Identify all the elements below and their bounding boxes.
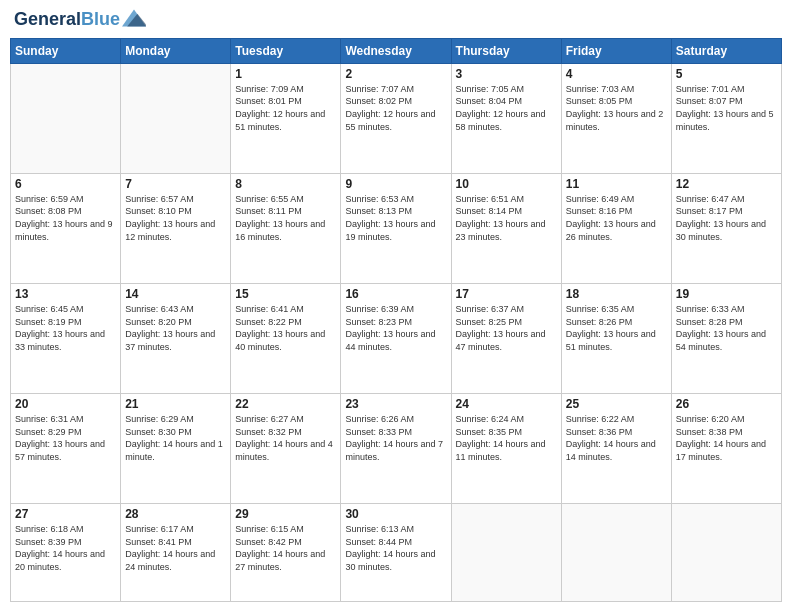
day-info: Sunrise: 6:13 AM Sunset: 8:44 PM Dayligh… [345, 523, 446, 573]
day-number: 1 [235, 67, 336, 81]
header: GeneralBlue [10, 10, 782, 30]
calendar-day-cell: 11Sunrise: 6:49 AM Sunset: 8:16 PM Dayli… [561, 173, 671, 283]
calendar-day-cell: 4Sunrise: 7:03 AM Sunset: 8:05 PM Daylig… [561, 63, 671, 173]
day-info: Sunrise: 6:41 AM Sunset: 8:22 PM Dayligh… [235, 303, 336, 353]
calendar-day-cell: 19Sunrise: 6:33 AM Sunset: 8:28 PM Dayli… [671, 283, 781, 393]
day-number: 25 [566, 397, 667, 411]
calendar-day-cell: 8Sunrise: 6:55 AM Sunset: 8:11 PM Daylig… [231, 173, 341, 283]
calendar-day-cell: 20Sunrise: 6:31 AM Sunset: 8:29 PM Dayli… [11, 394, 121, 504]
day-number: 21 [125, 397, 226, 411]
calendar-day-cell [121, 63, 231, 173]
day-info: Sunrise: 6:24 AM Sunset: 8:35 PM Dayligh… [456, 413, 557, 463]
calendar-week-row: 20Sunrise: 6:31 AM Sunset: 8:29 PM Dayli… [11, 394, 782, 504]
calendar-day-cell [451, 504, 561, 602]
calendar-day-cell: 5Sunrise: 7:01 AM Sunset: 8:07 PM Daylig… [671, 63, 781, 173]
day-number: 23 [345, 397, 446, 411]
day-number: 4 [566, 67, 667, 81]
day-number: 8 [235, 177, 336, 191]
logo: GeneralBlue [14, 10, 146, 30]
day-info: Sunrise: 6:35 AM Sunset: 8:26 PM Dayligh… [566, 303, 667, 353]
calendar-day-cell [671, 504, 781, 602]
day-number: 26 [676, 397, 777, 411]
calendar-day-cell: 28Sunrise: 6:17 AM Sunset: 8:41 PM Dayli… [121, 504, 231, 602]
day-number: 17 [456, 287, 557, 301]
calendar-day-cell: 13Sunrise: 6:45 AM Sunset: 8:19 PM Dayli… [11, 283, 121, 393]
day-info: Sunrise: 6:37 AM Sunset: 8:25 PM Dayligh… [456, 303, 557, 353]
day-number: 11 [566, 177, 667, 191]
day-info: Sunrise: 6:49 AM Sunset: 8:16 PM Dayligh… [566, 193, 667, 243]
day-number: 22 [235, 397, 336, 411]
calendar-day-cell: 17Sunrise: 6:37 AM Sunset: 8:25 PM Dayli… [451, 283, 561, 393]
calendar-week-row: 1Sunrise: 7:09 AM Sunset: 8:01 PM Daylig… [11, 63, 782, 173]
day-number: 15 [235, 287, 336, 301]
logo-icon [122, 9, 146, 27]
day-number: 13 [15, 287, 116, 301]
day-number: 10 [456, 177, 557, 191]
weekday-header-cell: Tuesday [231, 38, 341, 63]
calendar-day-cell: 15Sunrise: 6:41 AM Sunset: 8:22 PM Dayli… [231, 283, 341, 393]
calendar-day-cell: 29Sunrise: 6:15 AM Sunset: 8:42 PM Dayli… [231, 504, 341, 602]
calendar-week-row: 27Sunrise: 6:18 AM Sunset: 8:39 PM Dayli… [11, 504, 782, 602]
calendar-body: 1Sunrise: 7:09 AM Sunset: 8:01 PM Daylig… [11, 63, 782, 601]
day-number: 30 [345, 507, 446, 521]
day-info: Sunrise: 6:53 AM Sunset: 8:13 PM Dayligh… [345, 193, 446, 243]
calendar-table: SundayMondayTuesdayWednesdayThursdayFrid… [10, 38, 782, 602]
weekday-header-cell: Friday [561, 38, 671, 63]
day-number: 29 [235, 507, 336, 521]
calendar-day-cell: 27Sunrise: 6:18 AM Sunset: 8:39 PM Dayli… [11, 504, 121, 602]
calendar-day-cell: 26Sunrise: 6:20 AM Sunset: 8:38 PM Dayli… [671, 394, 781, 504]
day-info: Sunrise: 6:29 AM Sunset: 8:30 PM Dayligh… [125, 413, 226, 463]
calendar-day-cell: 14Sunrise: 6:43 AM Sunset: 8:20 PM Dayli… [121, 283, 231, 393]
day-number: 28 [125, 507, 226, 521]
day-info: Sunrise: 6:20 AM Sunset: 8:38 PM Dayligh… [676, 413, 777, 463]
day-number: 7 [125, 177, 226, 191]
calendar-day-cell: 1Sunrise: 7:09 AM Sunset: 8:01 PM Daylig… [231, 63, 341, 173]
calendar-day-cell: 10Sunrise: 6:51 AM Sunset: 8:14 PM Dayli… [451, 173, 561, 283]
day-info: Sunrise: 6:47 AM Sunset: 8:17 PM Dayligh… [676, 193, 777, 243]
calendar-week-row: 6Sunrise: 6:59 AM Sunset: 8:08 PM Daylig… [11, 173, 782, 283]
day-number: 18 [566, 287, 667, 301]
calendar-day-cell [11, 63, 121, 173]
day-number: 20 [15, 397, 116, 411]
day-info: Sunrise: 6:22 AM Sunset: 8:36 PM Dayligh… [566, 413, 667, 463]
day-number: 27 [15, 507, 116, 521]
day-info: Sunrise: 6:26 AM Sunset: 8:33 PM Dayligh… [345, 413, 446, 463]
logo-text: GeneralBlue [14, 10, 120, 30]
day-info: Sunrise: 7:01 AM Sunset: 8:07 PM Dayligh… [676, 83, 777, 133]
day-number: 19 [676, 287, 777, 301]
calendar-day-cell: 3Sunrise: 7:05 AM Sunset: 8:04 PM Daylig… [451, 63, 561, 173]
page: GeneralBlue SundayMondayTuesdayWednesday… [0, 0, 792, 612]
weekday-header-cell: Sunday [11, 38, 121, 63]
calendar-day-cell: 21Sunrise: 6:29 AM Sunset: 8:30 PM Dayli… [121, 394, 231, 504]
day-info: Sunrise: 7:03 AM Sunset: 8:05 PM Dayligh… [566, 83, 667, 133]
day-number: 2 [345, 67, 446, 81]
day-info: Sunrise: 6:15 AM Sunset: 8:42 PM Dayligh… [235, 523, 336, 573]
calendar-week-row: 13Sunrise: 6:45 AM Sunset: 8:19 PM Dayli… [11, 283, 782, 393]
day-number: 3 [456, 67, 557, 81]
calendar-day-cell: 9Sunrise: 6:53 AM Sunset: 8:13 PM Daylig… [341, 173, 451, 283]
day-number: 16 [345, 287, 446, 301]
day-info: Sunrise: 6:17 AM Sunset: 8:41 PM Dayligh… [125, 523, 226, 573]
day-info: Sunrise: 7:05 AM Sunset: 8:04 PM Dayligh… [456, 83, 557, 133]
weekday-header-cell: Monday [121, 38, 231, 63]
day-info: Sunrise: 6:31 AM Sunset: 8:29 PM Dayligh… [15, 413, 116, 463]
day-info: Sunrise: 6:43 AM Sunset: 8:20 PM Dayligh… [125, 303, 226, 353]
day-number: 12 [676, 177, 777, 191]
day-info: Sunrise: 6:59 AM Sunset: 8:08 PM Dayligh… [15, 193, 116, 243]
calendar-day-cell: 18Sunrise: 6:35 AM Sunset: 8:26 PM Dayli… [561, 283, 671, 393]
calendar-day-cell: 30Sunrise: 6:13 AM Sunset: 8:44 PM Dayli… [341, 504, 451, 602]
day-info: Sunrise: 6:18 AM Sunset: 8:39 PM Dayligh… [15, 523, 116, 573]
day-info: Sunrise: 6:51 AM Sunset: 8:14 PM Dayligh… [456, 193, 557, 243]
calendar-day-cell: 25Sunrise: 6:22 AM Sunset: 8:36 PM Dayli… [561, 394, 671, 504]
day-info: Sunrise: 7:09 AM Sunset: 8:01 PM Dayligh… [235, 83, 336, 133]
weekday-header-cell: Saturday [671, 38, 781, 63]
calendar-day-cell: 2Sunrise: 7:07 AM Sunset: 8:02 PM Daylig… [341, 63, 451, 173]
calendar-day-cell: 7Sunrise: 6:57 AM Sunset: 8:10 PM Daylig… [121, 173, 231, 283]
day-number: 14 [125, 287, 226, 301]
day-info: Sunrise: 6:27 AM Sunset: 8:32 PM Dayligh… [235, 413, 336, 463]
calendar-day-cell: 24Sunrise: 6:24 AM Sunset: 8:35 PM Dayli… [451, 394, 561, 504]
day-info: Sunrise: 6:55 AM Sunset: 8:11 PM Dayligh… [235, 193, 336, 243]
calendar-day-cell: 12Sunrise: 6:47 AM Sunset: 8:17 PM Dayli… [671, 173, 781, 283]
day-info: Sunrise: 6:39 AM Sunset: 8:23 PM Dayligh… [345, 303, 446, 353]
day-info: Sunrise: 6:33 AM Sunset: 8:28 PM Dayligh… [676, 303, 777, 353]
